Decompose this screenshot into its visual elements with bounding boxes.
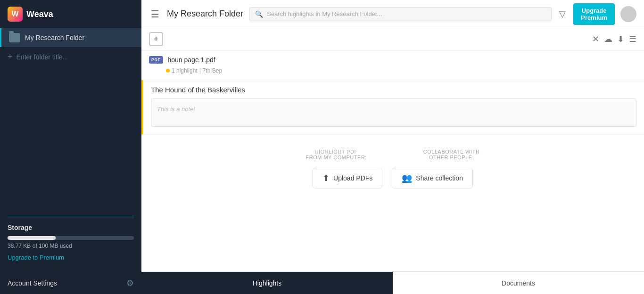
sidebar-item-my-research-folder[interactable]: My Research Folder — [0, 28, 141, 47]
add-document-button[interactable]: + — [149, 32, 163, 46]
sidebar: W Weava My Research Folder + Storage 38.… — [0, 0, 141, 294]
doc-separator: | — [199, 67, 201, 74]
tab-documents[interactable]: Documents — [393, 272, 644, 294]
topbar: ☰ My Research Folder 🔍 ▽ UpgradePremium — [141, 0, 644, 28]
doc-date: 7th Sep — [203, 67, 222, 74]
upload-icon: ⬆ — [322, 173, 330, 183]
sort-icon[interactable]: ☰ — [629, 34, 636, 44]
toolbar-left: + — [149, 32, 163, 46]
search-icon: 🔍 — [255, 10, 263, 18]
share-collection-button[interactable]: 👥 Share collection — [392, 168, 473, 188]
doc-meta: 1 highlight | 7th Sep — [166, 67, 636, 74]
upgrade-to-premium-link[interactable]: Upgrade to Premium — [8, 254, 134, 261]
folder-icon — [9, 33, 20, 42]
main-content: ☰ My Research Folder 🔍 ▽ UpgradePremium … — [141, 0, 644, 294]
app-name: Weava — [26, 9, 53, 19]
filter-icon[interactable]: ▽ — [557, 7, 568, 21]
note-placeholder-text: This is a note! — [157, 106, 195, 113]
topbar-title: My Research Folder — [167, 9, 243, 19]
account-settings-label: Account Settings — [8, 279, 57, 287]
logo-icon: W — [8, 7, 23, 22]
add-folder-icon: + — [8, 52, 13, 62]
document-name: houn page 1.pdf — [168, 56, 215, 64]
highlight-title: The Hound of the Baskervilles — [151, 86, 636, 94]
avatar — [620, 6, 636, 22]
sidebar-header: W Weava — [0, 0, 141, 28]
add-folder-input[interactable] — [17, 53, 99, 61]
collaborate-label: COLLABORATE WITHOTHER PEOPLE: — [423, 149, 480, 160]
upgrade-premium-button[interactable]: UpgradePremium — [573, 3, 615, 25]
search-input[interactable] — [267, 10, 545, 17]
document-list: PDF houn page 1.pdf 1 highlight | 7th Se… — [141, 50, 644, 294]
upload-label: HIGHLIGHT PDFFROM MY COMPUTER: — [306, 149, 367, 160]
logo-letter: W — [11, 10, 18, 18]
search-container: 🔍 — [249, 7, 552, 21]
sidebar-add-folder[interactable]: + — [0, 47, 141, 66]
pdf-badge: PDF — [149, 56, 163, 64]
tab-highlights[interactable]: Highlights — [141, 272, 393, 294]
sidebar-folder-label: My Research Folder — [25, 34, 84, 41]
toolbar-right: ✕ ☁ ⬇ ☰ — [592, 34, 636, 44]
doc-item-header: PDF houn page 1.pdf — [149, 56, 636, 64]
hamburger-icon[interactable]: ☰ — [149, 7, 161, 22]
storage-bar-fill — [8, 236, 56, 240]
sidebar-divider — [8, 216, 134, 216]
storage-bar-background — [8, 236, 134, 240]
action-buttons: ⬆ Upload PDFs 👥 Share collection — [313, 168, 473, 188]
action-labels: HIGHLIGHT PDFFROM MY COMPUTER: COLLABORA… — [306, 149, 480, 160]
note-box[interactable]: This is a note! — [151, 98, 636, 127]
share-icon: 👥 — [402, 173, 412, 183]
highlight-content: The Hound of the Baskervilles This is a … — [141, 80, 644, 135]
tab-documents-label: Documents — [502, 279, 535, 287]
storage-used-text: 38.77 KB of 100 MB used — [8, 243, 134, 249]
highlight-dot — [166, 69, 170, 73]
account-settings[interactable]: Account Settings ⚙ — [0, 272, 141, 294]
upload-cloud-icon[interactable]: ☁ — [604, 34, 612, 44]
upload-btn-label: Upload PDFs — [333, 174, 372, 182]
storage-label: Storage — [8, 224, 134, 231]
share-btn-label: Share collection — [416, 174, 463, 182]
weava-logo: W Weava — [8, 7, 53, 22]
close-icon[interactable]: ✕ — [592, 34, 599, 44]
upload-pdfs-button[interactable]: ⬆ Upload PDFs — [313, 168, 382, 188]
doc-toolbar: + ✕ ☁ ⬇ ☰ — [141, 28, 644, 50]
download-cloud-icon[interactable]: ⬇ — [617, 34, 624, 44]
highlights-count: 1 highlight — [172, 67, 198, 74]
bottom-tabs: Highlights Documents — [141, 271, 644, 294]
action-area: HIGHLIGHT PDFFROM MY COMPUTER: COLLABORA… — [141, 135, 644, 203]
document-item[interactable]: PDF houn page 1.pdf 1 highlight | 7th Se… — [141, 50, 644, 80]
tab-highlights-label: Highlights — [253, 279, 281, 287]
storage-section: Storage 38.77 KB of 100 MB used Upgrade … — [0, 216, 141, 272]
gear-icon: ⚙ — [126, 278, 134, 288]
